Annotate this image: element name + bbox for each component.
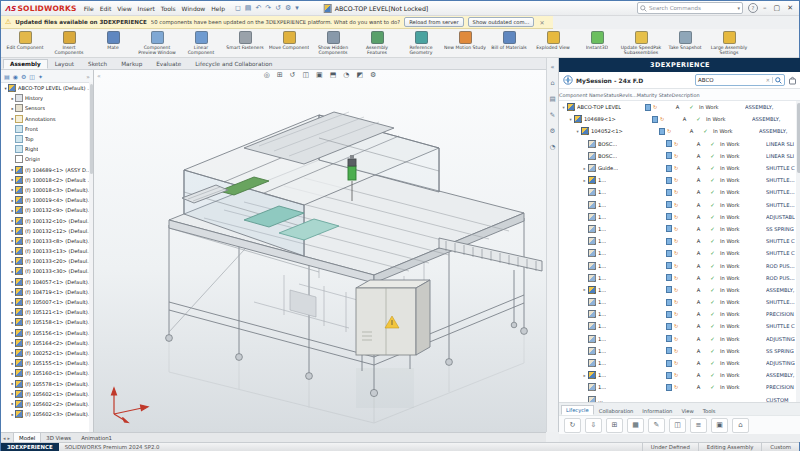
component-row[interactable]: ▸ 1... ↻ A ✓ In Work SHUTTLE PI <box>559 174 795 186</box>
search-icon[interactable] <box>775 77 782 84</box>
feature-tree-item[interactable]: ▸ (f) 105578<1> (Default) <Default <box>1 378 93 388</box>
basket-icon[interactable] <box>788 76 797 85</box>
ribbon-button[interactable]: Update SpeedPak Subassemblies <box>620 31 662 55</box>
feature-tree-item[interactable]: ▸ (f) 105155<1> (Default) <<De... <box>1 358 93 368</box>
ribbon-button[interactable]: Component Preview Window <box>136 31 178 55</box>
ribbon-button[interactable]: Show Hidden Components <box>312 31 354 55</box>
ribbon-button[interactable]: Large Assembly Settings <box>708 31 750 55</box>
component-row[interactable]: 1... ↻ A ✓ In Work SHUTTLE PI <box>559 296 795 308</box>
ribbon-button[interactable]: Edit Component <box>4 31 46 50</box>
command-tab[interactable]: Sketch <box>81 59 114 69</box>
component-row[interactable]: 1... ↻ A ✓ In Work SHUTTLE PI <box>559 186 795 198</box>
reload-from-server-button[interactable]: Reload from server <box>404 17 463 27</box>
model-tab[interactable]: Model <box>13 433 41 442</box>
feature-tree-item[interactable]: ▸ (f) 105164<2> (Default) <<De... <box>1 338 93 348</box>
model-tab[interactable]: Animation1 <box>76 433 117 442</box>
quick-access-icon[interactable]: ▤ <box>245 4 252 12</box>
search-options-caret[interactable]: ▾ <box>737 5 740 11</box>
component-row[interactable]: 1... ↻ A ✓ In Work SS SPRING <box>559 345 795 357</box>
viewport-tool-icon[interactable]: ▣ <box>316 71 323 79</box>
feature-tree-item[interactable]: ▸ Sensors <box>1 103 93 113</box>
viewport-tool-icon[interactable]: ⬒ <box>330 71 337 79</box>
compass-icon[interactable] <box>563 75 573 85</box>
task-pane-icon[interactable]: ▤ <box>549 95 555 103</box>
component-row[interactable]: 1... ↻ A ✓ In Work SS SPRING <box>559 223 795 235</box>
component-row[interactable]: ▸ 1... ↻ A ✓ In Work ASSEMBLY, <box>559 369 795 381</box>
panel-tool-button[interactable]: ↻ <box>564 418 581 433</box>
panel-tool-button[interactable]: ⇩ <box>585 418 602 433</box>
row-expander-icon[interactable]: ▸ <box>582 287 587 292</box>
ribbon-button[interactable]: Reference Geometry <box>400 31 442 55</box>
component-row[interactable]: 1... ↻ A ✓ In Work ROD PUSHE <box>559 259 795 271</box>
menu-item[interactable]: Tools <box>161 5 176 12</box>
tree-flyout-arrow[interactable]: « <box>97 72 101 79</box>
component-row[interactable]: 1... ↻ A ✓ In Work SHUTTLE C <box>559 235 795 247</box>
ribbon-button[interactable]: Exploded View <box>532 31 574 50</box>
command-search-input[interactable]: Search Commands ▾ <box>637 2 743 14</box>
row-expander-icon[interactable]: ▾ <box>575 129 580 134</box>
column-header[interactable]: Rev <box>619 92 628 98</box>
command-tab[interactable]: Assembly <box>3 59 48 69</box>
ribbon-button[interactable]: Instant3D <box>576 31 618 50</box>
feature-tree-item[interactable]: ▸ (f) 100133<20> (Default) <<De... <box>1 256 93 266</box>
component-row[interactable]: BOSC... ↻ A ✓ In Work LINEAR SLI <box>559 150 795 162</box>
feature-tree-item[interactable]: Front <box>1 124 93 134</box>
feature-tree-item[interactable]: ▸ (f) 105602<2> (Default) <<De... <box>1 399 93 409</box>
feature-tree-item[interactable]: ▸ (f) 104057<1> (Default) <<Def... <box>1 277 93 287</box>
ribbon-button[interactable]: Move Component <box>268 31 310 50</box>
minimize-button[interactable]: – <box>763 4 767 12</box>
menu-item[interactable]: View <box>117 5 131 12</box>
ribbon-button[interactable]: Take Snapshot <box>664 31 706 50</box>
task-pane-icon[interactable]: « <box>551 63 555 71</box>
panel-tab[interactable]: Tools <box>699 407 720 415</box>
viewport-tool-icon[interactable]: ◎ <box>264 71 270 79</box>
tree-scrollbar[interactable] <box>89 82 93 432</box>
feature-tree-item[interactable]: ▸ (f) 105160<1> (Default) <<De... <box>1 368 93 378</box>
quick-access-icon[interactable]: ▾ <box>295 4 299 12</box>
panel-tool-button[interactable]: ⊞ <box>606 418 623 433</box>
manager-tab-icon[interactable]: ◫ <box>29 73 35 80</box>
component-row[interactable]: 1... ↻ A ✓ In Work SHUTTLE PI <box>559 199 795 211</box>
ribbon-button[interactable]: Smart Fasteners <box>224 31 266 50</box>
search-clear-icon[interactable]: ✕ <box>766 77 770 83</box>
row-expander-icon[interactable]: ▸ <box>582 373 587 378</box>
component-row[interactable]: 1... ↻ A ✓ In Work SHUTTLE C <box>559 247 795 259</box>
feature-tree-item[interactable]: Top <box>1 134 93 144</box>
task-pane-icon[interactable]: ✎ <box>550 111 555 119</box>
component-row[interactable]: 1... ↻ A ✓ In Work ADJUSTING <box>559 333 795 345</box>
table-scrollbar[interactable] <box>796 101 800 402</box>
menu-item[interactable]: Help <box>211 5 225 12</box>
component-row[interactable]: ▸ Guide... ↻ A ✓ In Work SHUTTLE C <box>559 162 795 174</box>
ribbon-button[interactable]: Linear Component Pattern <box>180 31 222 55</box>
viewport-tool-icon[interactable]: ◫ <box>302 71 309 79</box>
notification-close-icon[interactable]: ✕ <box>539 19 544 26</box>
threedexperience-badge[interactable]: 3DEXPERIENCE <box>1 443 59 451</box>
tab-scroll-arrow[interactable]: ▸ <box>8 435 11 441</box>
feature-tree-item[interactable]: ▸ (f) 105158<1> (Default) <<De... <box>1 317 93 327</box>
task-pane-icon[interactable]: ⌂ <box>550 79 554 87</box>
quick-access-icon[interactable]: ↶ <box>255 4 261 12</box>
show-outdated-button[interactable]: Show outdated com... <box>468 17 535 27</box>
panel-tab[interactable]: Lifecycle <box>561 405 594 415</box>
command-tab[interactable]: Lifecycle and Collaboration <box>188 59 279 69</box>
task-pane-icon[interactable]: ◔ <box>550 143 556 151</box>
component-row[interactable]: ▾ ABCO-TOP LEVEL ↻ A ✓ In Work ASSEMBLY, <box>559 101 795 113</box>
feature-tree-item[interactable]: ▸ (f) 100018<3> (Default) <Defau... <box>1 185 93 195</box>
component-row[interactable]: ▾ 104052<1> ↻ A ✓ In Work ASSEMBLY, <box>559 125 795 137</box>
feature-tree-item[interactable]: ▸ (f) 100018<2> (Default <<Defa... <box>1 175 93 185</box>
panel-tab[interactable]: Information <box>638 407 676 415</box>
component-row[interactable]: 1... ↻ A ✓ In Work ROD PUSHE <box>559 272 795 284</box>
command-tab[interactable]: Markup <box>114 59 149 69</box>
row-expander-icon[interactable]: ▾ <box>568 117 573 122</box>
panel-tool-button[interactable]: ✎ <box>648 418 665 433</box>
help-button[interactable]: ? <box>748 3 758 13</box>
feature-tree-item[interactable]: ▸ (f) 100133<8> (Default) <<Def... <box>1 236 93 246</box>
component-row[interactable]: ... ↻ ✓ CUSTOM <box>559 394 795 403</box>
component-row[interactable]: ▾ 104689<1> ↻ A ✓ In Work ASSEMBLY, <box>559 113 795 125</box>
feature-tree-item[interactable]: ▸ (f) 104719<1> (Default) <<Def... <box>1 287 93 297</box>
quick-access-icon[interactable]: ◻ <box>235 4 241 12</box>
feature-tree-item[interactable]: ▸ (f) 105121<1> (Default) <<Def... <box>1 307 93 317</box>
component-row[interactable]: BOSC... ↻ A ✓ In Work LINEAR SLI <box>559 138 795 150</box>
viewport-tool-icon[interactable]: ◩ <box>356 71 363 79</box>
column-header[interactable]: Description <box>672 92 700 98</box>
